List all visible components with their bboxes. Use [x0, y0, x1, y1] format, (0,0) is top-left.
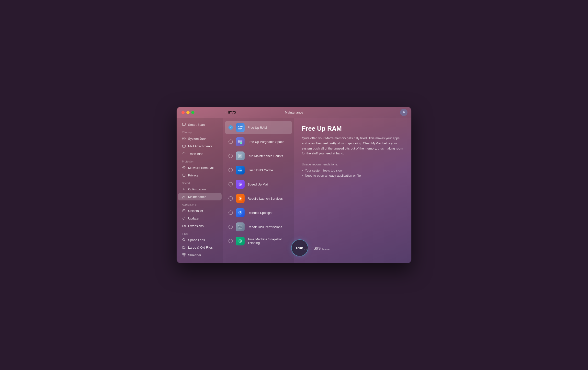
section-label-protection: Protection [177, 158, 223, 164]
svg-rect-5 [182, 145, 185, 147]
task-label-speed-up-mail: Speed Up Mail [248, 183, 268, 186]
task-label-time-machine-thinning: Time Machine Snapshot Thinning [248, 237, 289, 245]
run-area: Run 1 task [291, 239, 321, 256]
task-item-reindex-spotlight[interactable]: Reindex Spotlight [225, 206, 292, 220]
task-label-run-maintenance-scripts: Run Maintenance Scripts [248, 154, 283, 158]
sidebar-item-large-old-files[interactable]: Large & Old Files [178, 244, 222, 251]
usage-list: Your system feels too slow Need to open … [302, 169, 404, 179]
task-item-free-up-ram[interactable]: RAM Free Up RAM [225, 121, 292, 134]
task-radio-repair-disk-permissions[interactable] [228, 225, 233, 229]
sidebar-item-shredder[interactable]: Shredder [178, 251, 222, 259]
svg-line-43 [241, 183, 241, 184]
back-label[interactable]: Intro [228, 110, 236, 115]
usage-item-2: Need to open a heavy application or file [302, 174, 404, 177]
space-lens-icon [182, 238, 186, 242]
window-title: Maintenance [285, 111, 303, 114]
sidebar-item-label: Space Lens [188, 238, 205, 242]
sidebar-item-uninstaller[interactable]: Uninstaller [178, 207, 222, 214]
trash-bins-icon [182, 152, 186, 156]
extensions-icon [182, 224, 186, 228]
sidebar-item-label: Updater [188, 217, 199, 220]
task-radio-flush-dns-cache[interactable] [228, 168, 233, 172]
sidebar-item-space-lens[interactable]: Space Lens [178, 236, 222, 243]
svg-point-17 [183, 197, 184, 198]
maximize-button[interactable] [191, 111, 194, 114]
run-task-count: 1 task [312, 246, 321, 250]
svg-point-11 [184, 167, 184, 168]
svg-point-4 [183, 138, 184, 139]
usage-recommendations-label: Usage recommendations: [302, 162, 404, 166]
task-radio-free-up-ram[interactable] [228, 125, 233, 130]
task-item-time-machine-thinning[interactable]: Time Machine Snapshot Thinning [225, 234, 292, 248]
sidebar-item-label: Uninstaller [188, 209, 203, 213]
task-item-rebuild-launch-services[interactable]: Rebuild Launch Services [225, 192, 292, 205]
usage-item-1: Your system feels too slow [302, 169, 404, 172]
title-bar: ‹ Intro Maintenance [177, 107, 411, 118]
task-icon-run-maintenance-scripts [236, 151, 245, 160]
sidebar-item-extensions[interactable]: Extensions [178, 222, 222, 230]
task-icon-speed-up-mail [236, 180, 245, 189]
sidebar-item-maintenance[interactable]: Maintenance [178, 193, 222, 200]
section-label-applications: Applications [177, 201, 223, 207]
task-label-flush-dns-cache: Flush DNS Cache [248, 168, 273, 172]
task-item-run-maintenance-scripts[interactable]: Run Maintenance Scripts [225, 149, 292, 163]
avatar-button[interactable] [400, 109, 407, 116]
sidebar-item-label: Trash Bins [188, 152, 203, 156]
task-radio-free-up-purgeable[interactable] [228, 139, 233, 144]
sidebar-item-optimization[interactable]: Optimization [178, 185, 222, 193]
sidebar-item-label: Extensions [188, 224, 204, 228]
sidebar-item-label: Large & Old Files [188, 246, 213, 249]
mail-attachments-icon [182, 144, 186, 148]
close-button[interactable] [181, 111, 185, 114]
sidebar-item-smart-scan[interactable]: Smart Scan [178, 121, 222, 128]
task-icon-repair-disk-permissions [236, 222, 245, 231]
task-radio-reindex-spotlight[interactable] [228, 210, 233, 215]
sidebar: Smart Scan Cleanup System Junk [177, 118, 223, 263]
task-item-speed-up-mail[interactable]: Speed Up Mail [225, 177, 292, 191]
system-junk-icon [182, 137, 186, 140]
shredder-icon [182, 253, 186, 257]
svg-text:DNS: DNS [238, 169, 243, 172]
app-window: ‹ Intro Maintenance Smart Scan Cleanup [177, 107, 411, 263]
sidebar-item-system-junk[interactable]: System Junk [178, 135, 222, 142]
task-icon-free-up-purgeable: ↑ [236, 137, 245, 146]
task-radio-run-maintenance-scripts[interactable] [228, 154, 233, 158]
privacy-icon [182, 173, 186, 177]
back-nav[interactable]: ‹ Intro [226, 110, 236, 115]
task-radio-speed-up-mail[interactable] [228, 182, 233, 186]
task-item-free-up-purgeable[interactable]: ↑ Free Up Purgeable Space [225, 135, 292, 149]
run-button[interactable]: Run [291, 239, 308, 256]
minimize-button[interactable] [186, 111, 190, 114]
malware-removal-icon [182, 166, 186, 170]
svg-rect-33 [238, 154, 242, 158]
svg-text:↑: ↑ [241, 142, 242, 144]
sidebar-item-trash-bins[interactable]: Trash Bins [178, 150, 222, 157]
svg-point-51 [240, 227, 241, 227]
large-old-files-icon [182, 245, 186, 249]
task-radio-rebuild-launch-services[interactable] [228, 196, 233, 201]
task-icon-rebuild-launch-services [236, 194, 245, 203]
svg-point-41 [240, 184, 241, 185]
back-chevron-icon: ‹ [226, 110, 227, 114]
task-icon-flush-dns-cache: DNS [236, 166, 245, 174]
task-icon-free-up-ram: RAM [236, 123, 245, 132]
sidebar-item-updater[interactable]: Updater [178, 215, 222, 222]
last-run-value: Never [322, 247, 331, 251]
sidebar-item-label: Malware Removal [188, 166, 214, 170]
task-label-repair-disk-permissions: Repair Disk Permissions [248, 225, 282, 229]
task-label-free-up-purgeable: Free Up Purgeable Space [248, 140, 284, 144]
section-label-speed: Speed [177, 179, 223, 185]
task-icon-reindex-spotlight [236, 208, 245, 217]
task-item-flush-dns-cache[interactable]: DNS Flush DNS Cache [225, 163, 292, 177]
svg-line-18 [182, 198, 183, 198]
sidebar-item-label: Maintenance [188, 195, 206, 199]
svg-point-22 [183, 239, 185, 241]
sidebar-item-malware-removal[interactable]: Malware Removal [178, 164, 222, 171]
sidebar-item-label: Smart Scan [188, 123, 205, 127]
sidebar-item-privacy[interactable]: Privacy [178, 172, 222, 179]
task-radio-time-machine-thinning[interactable] [228, 239, 233, 243]
task-label-free-up-ram: Free Up RAM [248, 126, 267, 129]
task-label-rebuild-launch-services: Rebuild Launch Services [248, 197, 283, 200]
task-item-repair-disk-permissions[interactable]: Repair Disk Permissions [225, 220, 292, 234]
sidebar-item-mail-attachments[interactable]: Mail Attachments [178, 142, 222, 150]
